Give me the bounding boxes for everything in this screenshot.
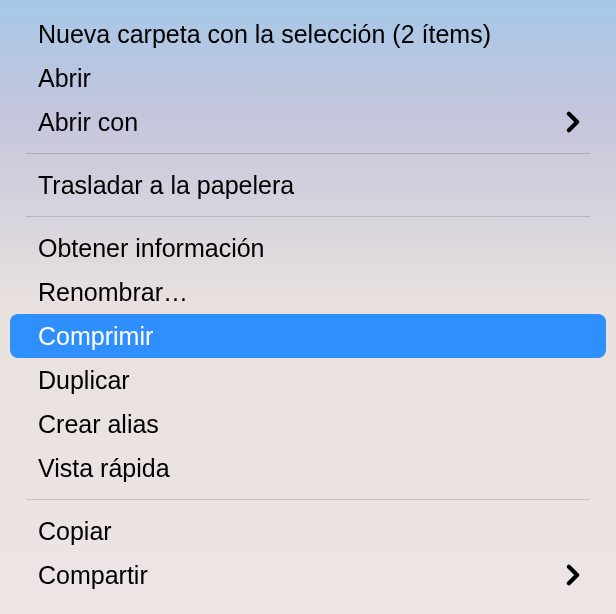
menu-item-label: Abrir [38,63,580,93]
chevron-right-icon [566,564,580,586]
menu-item-label: Renombrar… [38,277,580,307]
menu-separator [26,216,590,217]
menu-separator [26,499,590,500]
menu-separator [26,153,590,154]
menu-item-label: Copiar [38,516,580,546]
menu-item-label: Duplicar [38,365,580,395]
menu-item-share[interactable]: Compartir [10,553,606,597]
menu-item-new-folder[interactable]: Nueva carpeta con la selección (2 ítems) [10,12,606,56]
menu-item-label: Comprimir [38,321,580,351]
menu-item-make-alias[interactable]: Crear alias [10,402,606,446]
menu-item-get-info[interactable]: Obtener información [10,226,606,270]
menu-item-open-with[interactable]: Abrir con [10,100,606,144]
menu-item-duplicate[interactable]: Duplicar [10,358,606,402]
menu-item-label: Vista rápida [38,453,580,483]
menu-item-move-to-trash[interactable]: Trasladar a la papelera [10,163,606,207]
menu-item-copy[interactable]: Copiar [10,509,606,553]
menu-item-label: Crear alias [38,409,580,439]
menu-item-compress[interactable]: Comprimir [10,314,606,358]
menu-item-label: Compartir [38,560,566,590]
menu-item-label: Obtener información [38,233,580,263]
menu-item-quick-look[interactable]: Vista rápida [10,446,606,490]
menu-item-label: Nueva carpeta con la selección (2 ítems) [38,19,580,49]
context-menu: Nueva carpeta con la selección (2 ítems)… [0,0,616,597]
menu-item-label: Trasladar a la papelera [38,170,580,200]
menu-item-label: Abrir con [38,107,566,137]
menu-item-open[interactable]: Abrir [10,56,606,100]
chevron-right-icon [566,111,580,133]
menu-item-rename[interactable]: Renombrar… [10,270,606,314]
